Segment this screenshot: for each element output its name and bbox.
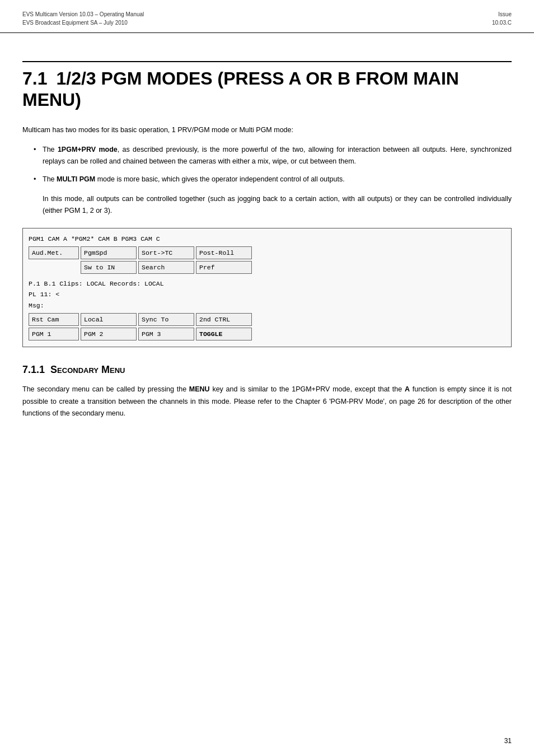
terminal-cell-pgm3: PGM 3 — [138, 328, 194, 340]
terminal-cell-pgm1: PGM 1 — [29, 328, 79, 340]
intro-paragraph: Multicam has two modes for its basic ope… — [22, 124, 512, 136]
terminal-row-3: PGM 1 PGM 2 PGM 3 TOGGLE — [29, 328, 505, 340]
terminal-cell-pgmspd: PgmSpd — [81, 246, 137, 259]
indented-paragraph: In this mode, all outputs can be control… — [43, 193, 512, 217]
terminal-cell-empty-1 — [29, 261, 79, 274]
bullet-item-1: The 1PGM+PRV mode, as described previous… — [34, 144, 512, 168]
page-container: EVS Multicam Version 10.03 – Operating M… — [0, 0, 534, 756]
terminal-cell-sort-tc: Sort->TC — [138, 246, 194, 259]
a-function-bold: A — [405, 385, 410, 393]
subsection-title: Secondary Menu — [50, 364, 125, 375]
terminal-cell-local: Local — [81, 313, 137, 326]
terminal-cell-pgm2: PGM 2 — [81, 328, 137, 340]
bullet-list: The 1PGM+PRV mode, as described previous… — [34, 144, 512, 185]
terminal-header-line: PGM1 CAM A *PGM2* CAM B PGM3 CAM C — [29, 233, 505, 245]
chapter-number: 7.1 — [22, 68, 47, 88]
terminal-info-line-3: Msg: — [29, 300, 505, 311]
bullet-term-1: 1PGM+PRV mode — [58, 146, 118, 153]
bullet-item-2: The MULTI PGM mode is more basic, which … — [34, 174, 512, 185]
bullet-text-2: mode is more basic, which gives the oper… — [95, 175, 344, 183]
subsection-number: 7.1.1 — [22, 364, 45, 375]
chapter-section: 7.11/2/3 PGM MODES (PRESS A OR B FROM MA… — [22, 61, 512, 111]
header-title: EVS Multicam Version 10.03 – Operating M… — [22, 10, 144, 18]
terminal-row-2: Rst Cam Local Sync To 2nd CTRL — [29, 313, 505, 326]
bullet-term-2: MULTI PGM — [57, 175, 95, 183]
terminal-cell-post-roll: Post-Roll — [196, 246, 252, 259]
terminal-box: PGM1 CAM A *PGM2* CAM B PGM3 CAM C Aud.M… — [22, 228, 512, 347]
terminal-cell-2nd-ctrl: 2nd CTRL — [196, 313, 252, 326]
subsection-text: The secondary menu can be called by pres… — [22, 384, 512, 419]
main-content: 7.11/2/3 PGM MODES (PRESS A OR B FROM MA… — [0, 33, 534, 450]
header-subtitle: EVS Broadcast Equipment SA – July 2010 — [22, 18, 144, 27]
page-header: EVS Multicam Version 10.03 – Operating M… — [0, 0, 534, 33]
terminal-cell-rst-cam: Rst Cam — [29, 313, 79, 326]
chapter-title-text: 1/2/3 PGM MODES (PRESS A OR B FROM MAIN … — [22, 68, 459, 110]
subsection-heading: 7.1.1 Secondary Menu — [22, 364, 512, 376]
chapter-title: 7.11/2/3 PGM MODES (PRESS A OR B FROM MA… — [22, 68, 512, 111]
terminal-info-line-1: P.1 B.1 Clips: LOCAL Records: LOCAL — [29, 278, 505, 289]
terminal-cell-pref: Pref — [196, 261, 252, 274]
page-number: 31 — [504, 737, 512, 745]
terminal-cell-sync-to: Sync To — [138, 313, 194, 326]
terminal-row-1b: Sw to IN Search Pref — [29, 261, 505, 274]
menu-key-bold: MENU — [189, 385, 210, 393]
header-issue-number: 10.03.C — [492, 18, 512, 27]
header-left: EVS Multicam Version 10.03 – Operating M… — [22, 10, 144, 27]
terminal-info-line-2: PL 11: < — [29, 289, 505, 300]
header-right: Issue 10.03.C — [492, 10, 512, 27]
header-issue-label: Issue — [492, 10, 512, 18]
terminal-cell-toggle: TOGGLE — [196, 328, 252, 340]
terminal-row-1: Aud.Met. PgmSpd Sort->TC Post-Roll — [29, 246, 505, 259]
terminal-cell-search: Search — [138, 261, 194, 274]
terminal-cell-aud-met: Aud.Met. — [29, 246, 79, 259]
terminal-cell-sw-to-in: Sw to IN — [81, 261, 137, 274]
